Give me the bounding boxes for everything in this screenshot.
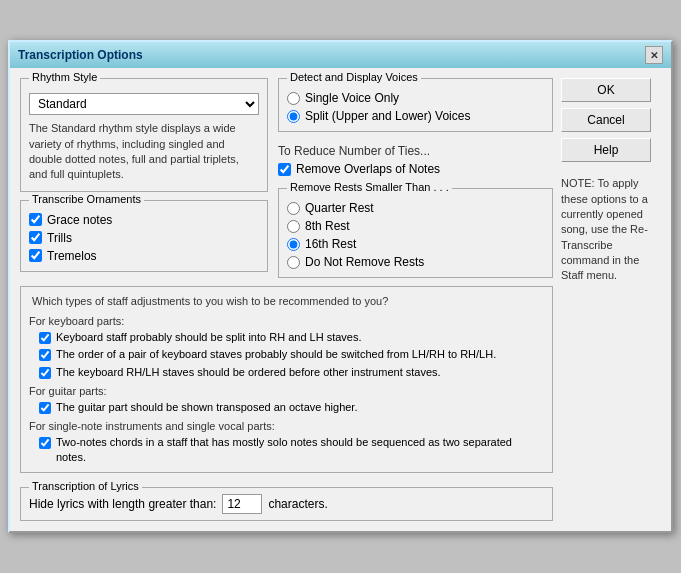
lyrics-label: Transcription of Lyrics xyxy=(29,480,142,492)
sixteenth-rest-radio[interactable] xyxy=(287,238,300,251)
eighth-rest-label: 8th Rest xyxy=(305,219,350,233)
single-voice-label: Single Voice Only xyxy=(305,91,399,105)
split-voices-row: Split (Upper and Lower) Voices xyxy=(287,109,544,123)
close-button[interactable]: ✕ xyxy=(645,46,663,64)
note-text: NOTE: To apply these options to a curren… xyxy=(561,176,661,284)
transcription-options-dialog: Transcription Options ✕ Rhythm Style Sta… xyxy=(8,40,673,533)
remove-overlaps-row: Remove Overlaps of Notes xyxy=(278,162,553,176)
guitar-transpose-label: The guitar part should be shown transpos… xyxy=(56,400,357,414)
quarter-rest-row: Quarter Rest xyxy=(287,201,544,215)
eighth-rest-radio[interactable] xyxy=(287,220,300,233)
rhythm-style-label: Rhythm Style xyxy=(29,71,100,83)
title-bar: Transcription Options ✕ xyxy=(10,42,671,68)
reduce-ties-title: To Reduce Number of Ties... xyxy=(278,144,553,158)
ornaments-group: Transcribe Ornaments Grace notes Trills … xyxy=(20,200,268,272)
keyboard-rh-lh-row: The keyboard RH/LH staves should be orde… xyxy=(39,365,544,379)
right-column: Detect and Display Voices Single Voice O… xyxy=(278,78,553,278)
ornament-grace-notes: Grace notes xyxy=(29,213,259,227)
keyboard-split-label: Keyboard staff probably should be split … xyxy=(56,330,362,344)
keyboard-order-row: The order of a pair of keyboard staves p… xyxy=(39,347,544,361)
two-notes-chords-label: Two-notes chords in a staff that has mos… xyxy=(56,435,544,464)
keyboard-parts-label: For keyboard parts: xyxy=(29,315,544,327)
dialog-title: Transcription Options xyxy=(18,48,143,62)
tremelos-checkbox[interactable] xyxy=(29,249,42,262)
detect-voices-label: Detect and Display Voices xyxy=(287,71,421,83)
guitar-transpose-row: The guitar part should be shown transpos… xyxy=(39,400,544,414)
staff-adjustments-group: Which types of staff adjustments to you … xyxy=(20,286,553,473)
rhythm-style-group: Rhythm Style Standard The Standard rhyth… xyxy=(20,78,268,192)
left-column: Rhythm Style Standard The Standard rhyth… xyxy=(20,78,268,278)
main-panel: Rhythm Style Standard The Standard rhyth… xyxy=(20,78,553,521)
no-remove-rests-row: Do Not Remove Rests xyxy=(287,255,544,269)
single-voice-row: Single Voice Only xyxy=(287,91,544,105)
lyrics-text-before: Hide lyrics with length greater than: xyxy=(29,497,216,511)
lyrics-row: Hide lyrics with length greater than: ch… xyxy=(29,494,544,514)
detect-voices-group: Detect and Display Voices Single Voice O… xyxy=(278,78,553,132)
single-voice-radio[interactable] xyxy=(287,92,300,105)
rhythm-style-description: The Standard rhythm style displays a wid… xyxy=(29,121,259,183)
rhythm-style-select[interactable]: Standard xyxy=(29,93,259,115)
split-voices-radio[interactable] xyxy=(287,110,300,123)
lyrics-length-input[interactable] xyxy=(222,494,262,514)
ornament-tremelos: Tremelos xyxy=(29,249,259,263)
ornaments-label: Transcribe Ornaments xyxy=(29,193,144,205)
sixteenth-rest-label: 16th Rest xyxy=(305,237,356,251)
split-voices-label: Split (Upper and Lower) Voices xyxy=(305,109,470,123)
guitar-transpose-checkbox[interactable] xyxy=(39,402,51,414)
lyrics-text-after: characters. xyxy=(268,497,327,511)
trills-checkbox[interactable] xyxy=(29,231,42,244)
eighth-rest-row: 8th Rest xyxy=(287,219,544,233)
two-notes-chords-row: Two-notes chords in a staff that has mos… xyxy=(39,435,544,464)
remove-overlaps-checkbox[interactable] xyxy=(278,163,291,176)
ok-button[interactable]: OK xyxy=(561,78,651,102)
quarter-rest-radio[interactable] xyxy=(287,202,300,215)
keyboard-split-checkbox[interactable] xyxy=(39,332,51,344)
remove-rests-group: Remove Rests Smaller Than . . . Quarter … xyxy=(278,188,553,278)
remove-overlaps-label: Remove Overlaps of Notes xyxy=(296,162,440,176)
staff-adjustments-question: Which types of staff adjustments to you … xyxy=(29,295,544,307)
keyboard-rh-lh-label: The keyboard RH/LH staves should be orde… xyxy=(56,365,441,379)
two-notes-chords-checkbox[interactable] xyxy=(39,437,51,449)
grace-notes-label: Grace notes xyxy=(47,213,112,227)
top-row: Rhythm Style Standard The Standard rhyth… xyxy=(20,78,553,278)
remove-rests-label: Remove Rests Smaller Than . . . xyxy=(287,181,452,193)
right-action-panel: OK Cancel Help NOTE: To apply these opti… xyxy=(561,78,661,521)
keyboard-split-row: Keyboard staff probably should be split … xyxy=(39,330,544,344)
no-remove-rests-radio[interactable] xyxy=(287,256,300,269)
no-remove-rests-label: Do Not Remove Rests xyxy=(305,255,424,269)
keyboard-order-checkbox[interactable] xyxy=(39,349,51,361)
dialog-body: Rhythm Style Standard The Standard rhyth… xyxy=(10,68,671,531)
cancel-button[interactable]: Cancel xyxy=(561,108,651,132)
guitar-parts-label: For guitar parts: xyxy=(29,385,544,397)
sixteenth-rest-row: 16th Rest xyxy=(287,237,544,251)
keyboard-order-label: The order of a pair of keyboard staves p… xyxy=(56,347,496,361)
single-note-parts-label: For single-note instruments and single v… xyxy=(29,420,544,432)
trills-label: Trills xyxy=(47,231,72,245)
ornament-trills: Trills xyxy=(29,231,259,245)
tremelos-label: Tremelos xyxy=(47,249,97,263)
grace-notes-checkbox[interactable] xyxy=(29,213,42,226)
keyboard-rh-lh-checkbox[interactable] xyxy=(39,367,51,379)
reduce-ties-section: To Reduce Number of Ties... Remove Overl… xyxy=(278,144,553,176)
adjustments-content: For keyboard parts: Keyboard staff proba… xyxy=(29,312,544,464)
quarter-rest-label: Quarter Rest xyxy=(305,201,374,215)
lyrics-group: Transcription of Lyrics Hide lyrics with… xyxy=(20,487,553,521)
help-button[interactable]: Help xyxy=(561,138,651,162)
